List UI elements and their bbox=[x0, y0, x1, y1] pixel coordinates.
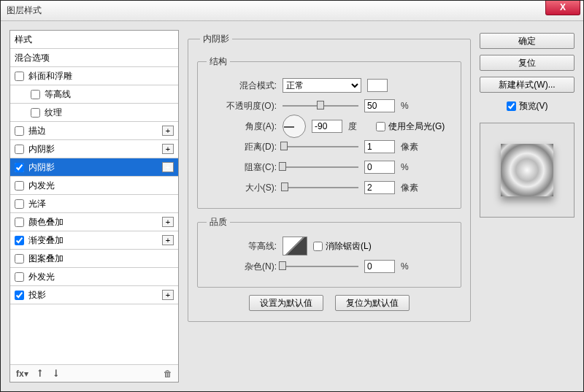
style-item-outer-glow[interactable]: 外发光 bbox=[10, 268, 178, 286]
style-item-texture[interactable]: 纹理 bbox=[10, 104, 178, 122]
blend-options-row[interactable]: 混合选项 bbox=[10, 49, 178, 67]
choke-input[interactable]: 0 bbox=[364, 161, 395, 174]
noise-slider[interactable] bbox=[283, 261, 358, 272]
checkbox[interactable] bbox=[15, 181, 24, 191]
choke-slider[interactable] bbox=[283, 162, 358, 172]
reset-default-button[interactable]: 复位为默认值 bbox=[335, 295, 410, 311]
make-default-button[interactable]: 设置为默认值 bbox=[249, 295, 323, 311]
style-item-color-overlay[interactable]: 颜色叠加+ bbox=[10, 213, 178, 231]
checkbox[interactable] bbox=[15, 126, 24, 136]
antialias-checkbox[interactable]: 消除锯齿(L) bbox=[313, 240, 372, 253]
style-item-inner-shadow-1[interactable]: 内阴影+ bbox=[10, 140, 178, 158]
angle-label: 角度(A): bbox=[207, 120, 277, 133]
noise-input[interactable]: 0 bbox=[364, 260, 395, 273]
defaults-row: 设置为默认值 复位为默认值 bbox=[197, 295, 461, 311]
opacity-row: 不透明度(O): 50 % bbox=[207, 96, 452, 116]
distance-label: 距离(D): bbox=[207, 141, 277, 153]
structure-legend: 结构 bbox=[207, 55, 230, 68]
checkbox[interactable] bbox=[15, 72, 24, 81]
blend-mode-label: 混合模式: bbox=[207, 80, 277, 92]
arrow-down-icon[interactable]: 🠗 bbox=[52, 369, 61, 379]
style-item-bevel[interactable]: 斜面和浮雕 bbox=[10, 67, 178, 85]
close-button[interactable]: X bbox=[545, 1, 580, 15]
style-item-satin[interactable]: 光泽 bbox=[10, 195, 178, 213]
checkbox[interactable] bbox=[15, 218, 24, 227]
size-input[interactable]: 2 bbox=[364, 181, 395, 194]
checkbox[interactable] bbox=[15, 254, 24, 264]
distance-row: 距离(D): 1 像素 bbox=[207, 137, 452, 157]
dialog-body: 样式 混合选项 斜面和浮雕 等高线 纹理 描边+ 内阴影+ 内阴影+ 内发光 光… bbox=[9, 30, 575, 383]
noise-label: 杂色(N): bbox=[207, 261, 277, 273]
size-unit: 像素 bbox=[401, 182, 423, 194]
cancel-button[interactable]: 复位 bbox=[480, 55, 575, 71]
size-slider[interactable] bbox=[283, 182, 358, 193]
blend-mode-select[interactable]: 正常 bbox=[283, 78, 361, 93]
style-item-inner-shadow-2[interactable]: 内阴影+ bbox=[10, 158, 178, 177]
size-row: 大小(S): 2 像素 bbox=[207, 177, 452, 198]
opacity-input[interactable]: 50 bbox=[364, 99, 395, 112]
checkbox[interactable] bbox=[15, 163, 24, 172]
opacity-unit: % bbox=[401, 101, 423, 111]
choke-label: 阻塞(C): bbox=[207, 161, 277, 174]
angle-unit: 度 bbox=[348, 120, 370, 133]
add-icon[interactable]: + bbox=[162, 126, 174, 136]
styles-panel: 样式 混合选项 斜面和浮雕 等高线 纹理 描边+ 内阴影+ 内阴影+ 内发光 光… bbox=[9, 30, 179, 383]
color-swatch[interactable] bbox=[367, 79, 388, 92]
checkbox[interactable] bbox=[31, 90, 40, 99]
style-item-gradient-overlay[interactable]: 渐变叠加+ bbox=[10, 231, 178, 250]
checkbox[interactable] bbox=[15, 291, 24, 300]
checkbox[interactable] bbox=[15, 272, 24, 282]
checkbox[interactable] bbox=[15, 236, 24, 245]
trash-icon[interactable]: 🗑 bbox=[164, 369, 172, 379]
global-light-checkbox[interactable]: 使用全局光(G) bbox=[376, 120, 445, 133]
preview-thumbnail bbox=[501, 144, 553, 196]
distance-unit: 像素 bbox=[401, 141, 423, 153]
style-item-stroke[interactable]: 描边+ bbox=[10, 122, 178, 140]
choke-row: 阻塞(C): 0 % bbox=[207, 157, 452, 177]
angle-dial[interactable] bbox=[283, 115, 306, 138]
opacity-slider[interactable] bbox=[283, 101, 358, 111]
add-icon[interactable]: + bbox=[162, 217, 174, 227]
preview-box bbox=[480, 123, 575, 218]
noise-unit: % bbox=[401, 261, 423, 272]
effect-group: 内阴影 结构 混合模式: 正常 不透明度(O): 50 % bbox=[188, 33, 471, 322]
structure-group: 结构 混合模式: 正常 不透明度(O): 50 % 角度(A): bbox=[197, 55, 461, 209]
add-icon[interactable]: + bbox=[162, 162, 174, 172]
preview-checkbox[interactable]: 预览(V) bbox=[480, 100, 575, 112]
ok-button[interactable]: 确定 bbox=[480, 33, 575, 49]
style-item-inner-glow[interactable]: 内发光 bbox=[10, 177, 178, 195]
quality-legend: 品质 bbox=[207, 216, 230, 228]
styles-list: 样式 混合选项 斜面和浮雕 等高线 纹理 描边+ 内阴影+ 内阴影+ 内发光 光… bbox=[10, 31, 178, 364]
add-icon[interactable]: + bbox=[162, 235, 174, 245]
choke-unit: % bbox=[401, 162, 423, 172]
opacity-label: 不透明度(O): bbox=[207, 100, 277, 112]
noise-row: 杂色(N): 0 % bbox=[207, 256, 452, 277]
new-style-button[interactable]: 新建样式(W)... bbox=[480, 77, 575, 93]
titlebar: 图层样式 X bbox=[1, 1, 583, 21]
angle-row: 角度(A): -90 度 使用全局光(G) bbox=[207, 116, 452, 137]
contour-row: 等高线: 消除锯齿(L) bbox=[207, 236, 452, 256]
window-title: 图层样式 bbox=[7, 4, 42, 17]
right-column: 确定 复位 新建样式(W)... 预览(V) bbox=[480, 30, 575, 383]
styles-header[interactable]: 样式 bbox=[10, 31, 178, 49]
add-icon[interactable]: + bbox=[162, 290, 174, 300]
checkbox[interactable] bbox=[31, 108, 40, 118]
settings-panel: 内阴影 结构 混合模式: 正常 不透明度(O): 50 % bbox=[188, 30, 471, 383]
style-item-contour[interactable]: 等高线 bbox=[10, 85, 178, 104]
angle-input[interactable]: -90 bbox=[312, 120, 342, 133]
distance-input[interactable]: 1 bbox=[364, 140, 395, 153]
contour-label: 等高线: bbox=[207, 240, 277, 253]
effect-title: 内阴影 bbox=[200, 33, 232, 45]
layer-style-dialog: 图层样式 X 样式 混合选项 斜面和浮雕 等高线 纹理 描边+ 内阴影+ 内阴影… bbox=[0, 0, 584, 392]
style-item-pattern-overlay[interactable]: 图案叠加 bbox=[10, 250, 178, 268]
styles-footer: fx▾ 🠕 🠗 🗑 bbox=[10, 364, 178, 382]
fx-menu-icon[interactable]: fx▾ bbox=[16, 369, 28, 379]
style-item-drop-shadow[interactable]: 投影+ bbox=[10, 286, 178, 304]
distance-slider[interactable] bbox=[283, 142, 358, 152]
checkbox[interactable] bbox=[15, 199, 24, 209]
quality-group: 品质 等高线: 消除锯齿(L) 杂色(N): 0 % bbox=[197, 216, 461, 288]
arrow-up-icon[interactable]: 🠕 bbox=[36, 369, 45, 379]
contour-picker[interactable] bbox=[283, 237, 307, 255]
add-icon[interactable]: + bbox=[162, 144, 174, 154]
checkbox[interactable] bbox=[15, 145, 24, 154]
